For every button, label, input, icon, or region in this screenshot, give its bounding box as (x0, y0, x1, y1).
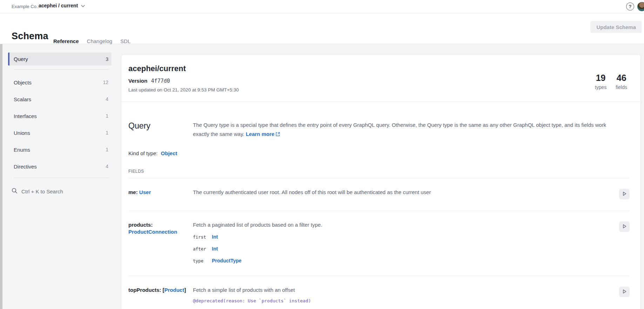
page-title: Schema (12, 31, 48, 42)
fields-heading: FIELDS (128, 169, 630, 174)
play-icon (622, 224, 627, 230)
version-value: 4f77d0 (151, 78, 170, 84)
sidebar-item-label: Directives (14, 164, 37, 170)
update-schema-button[interactable]: Update Schema (590, 21, 642, 33)
field-body: Fetch a simple list of products with an … (193, 287, 618, 309)
search-icon (12, 188, 18, 195)
field-row-topproducts: topProducts: [Product] Fetch a simple li… (128, 276, 630, 309)
sidebar-item-label: Unions (14, 130, 30, 136)
field-name: me: User (128, 189, 193, 199)
field-description: Fetch a paginated list of products based… (193, 221, 618, 228)
tab-bar: Reference Changelog SDL (53, 38, 130, 44)
chevron-down-icon (81, 3, 85, 8)
stat-label: types (595, 84, 606, 90)
sidebar-item-interfaces[interactable]: Interfaces 1 (8, 108, 112, 124)
play-icon (622, 289, 627, 295)
type-section: Query The Query type is a special type t… (121, 102, 640, 309)
graph-selector[interactable]: acephei / current (39, 3, 85, 8)
arg-name: after (193, 246, 208, 253)
type-intro: Query The Query type is a special type t… (128, 102, 630, 139)
arg-name: type (193, 258, 208, 265)
sidebar-item-enums[interactable]: Enums 1 (8, 141, 112, 158)
content-area: Query 3 Objects 12 Scalars 4 Interfaces … (0, 44, 644, 309)
sidebar-item-count: 4 (106, 96, 108, 102)
sidebar-item-label: Scalars (14, 96, 31, 102)
field-row-products: products: ProductConnection Fetch a pagi… (128, 211, 630, 276)
kind-of-type-row: Kind of type: Object (128, 150, 630, 156)
avatar[interactable] (637, 2, 644, 11)
sidebar-item-count: 1 (106, 130, 108, 136)
kind-value-link[interactable]: Object (161, 150, 177, 156)
field-name: products: ProductConnection (128, 221, 193, 265)
search-hint-label: Ctrl + K to Search (21, 188, 63, 194)
arg-type-link[interactable]: Int (212, 245, 618, 252)
sidebar-item-count: 12 (103, 80, 108, 85)
stat-types: 19 types (595, 73, 606, 90)
schema-reference-card: acephei/current Version 4f77d0 Last upda… (121, 54, 641, 309)
help-icon[interactable]: ? (626, 2, 634, 11)
arg-row: first Int (193, 233, 618, 241)
sidebar-item-label: Enums (14, 147, 30, 153)
stat-value: 46 (616, 73, 627, 83)
arg-type-link[interactable]: ProductType (212, 257, 618, 264)
graph-header: acephei/current Version 4f77d0 Last upda… (121, 55, 640, 102)
field-description: The currently authenticated user root. A… (193, 189, 618, 199)
sidebar-item-directives[interactable]: Directives 4 (8, 158, 112, 175)
run-in-explorer-button[interactable] (619, 189, 630, 199)
learn-more-link[interactable]: Learn more (246, 131, 280, 137)
field-type-link[interactable]: Product (165, 287, 185, 293)
sidebar-list: Objects 12 Scalars 4 Interfaces 1 Unions… (8, 74, 112, 175)
field-body: Fetch a paginated list of products based… (193, 221, 618, 265)
field-type-link[interactable]: ProductConnection (128, 229, 177, 235)
arg-row: after Int (193, 245, 618, 253)
type-description: The Query type is a special type that de… (193, 121, 616, 139)
sidebar-item-label: Objects (14, 80, 32, 85)
left-scrollbar[interactable] (0, 44, 2, 309)
schema-type-sidebar: Query 3 Objects 12 Scalars 4 Interfaces … (8, 53, 112, 198)
page-header: Schema Reference Changelog SDL Update Sc… (0, 13, 644, 44)
sidebar-divider (14, 178, 109, 178)
arg-row: type ProductType (193, 257, 618, 265)
run-in-explorer-button[interactable] (619, 221, 630, 232)
sidebar-item-label: Interfaces (14, 113, 37, 119)
graph-title: acephei/current (128, 64, 631, 73)
sidebar-item-scalars[interactable]: Scalars 4 (8, 91, 112, 108)
sidebar-item-unions[interactable]: Unions 1 (8, 124, 112, 141)
field-name: topProducts: [Product] (128, 287, 193, 309)
play-icon (622, 191, 627, 198)
sidebar-divider (14, 69, 109, 70)
field-args: first Int after Int type ProductType (193, 233, 618, 265)
field-type-link[interactable]: User (139, 189, 151, 195)
field-description: Fetch a simple list of products with an … (193, 287, 618, 294)
external-link-icon (274, 131, 280, 137)
sidebar-item-count: 1 (106, 113, 108, 119)
sidebar-item-count: 1 (106, 147, 108, 152)
tab-changelog[interactable]: Changelog (87, 38, 113, 44)
arg-type-link[interactable]: Int (212, 233, 618, 240)
search-shortcut[interactable]: Ctrl + K to Search (8, 185, 112, 198)
kind-label: Kind of type: (128, 150, 157, 156)
stat-value: 19 (595, 73, 606, 83)
sidebar-item-count: 3 (106, 56, 108, 62)
sidebar-item-count: 4 (106, 164, 108, 169)
tab-sdl[interactable]: SDL (120, 38, 130, 44)
run-in-explorer-button[interactable] (619, 287, 630, 297)
version-row: Version 4f77d0 (128, 78, 631, 84)
deprecated-annotation: @deprecated(reason: Use `products` inste… (193, 297, 618, 304)
sidebar-item-objects[interactable]: Objects 12 (8, 74, 112, 91)
arg-name: first (193, 234, 208, 241)
org-label: Example Co.: (12, 4, 39, 9)
type-bracket-close: ] (184, 287, 186, 293)
sidebar-item-label: Query (14, 56, 28, 62)
graph-selector-label: acephei / current (39, 3, 78, 8)
stat-fields: 46 fields (616, 73, 627, 90)
sidebar-item-query[interactable]: Query 3 (8, 53, 112, 66)
schema-stats: 19 types 46 fields (595, 73, 627, 90)
tab-reference[interactable]: Reference (53, 38, 79, 44)
stat-label: fields (616, 84, 627, 90)
last-updated: Last updated on Oct 21, 2020 at 9:53 PM … (128, 87, 631, 92)
type-name: Query (128, 121, 193, 139)
topbar: Example Co.: acephei / current ? (0, 0, 644, 13)
field-row-me: me: User The currently authenticated use… (128, 178, 630, 211)
version-label: Version (128, 78, 147, 84)
